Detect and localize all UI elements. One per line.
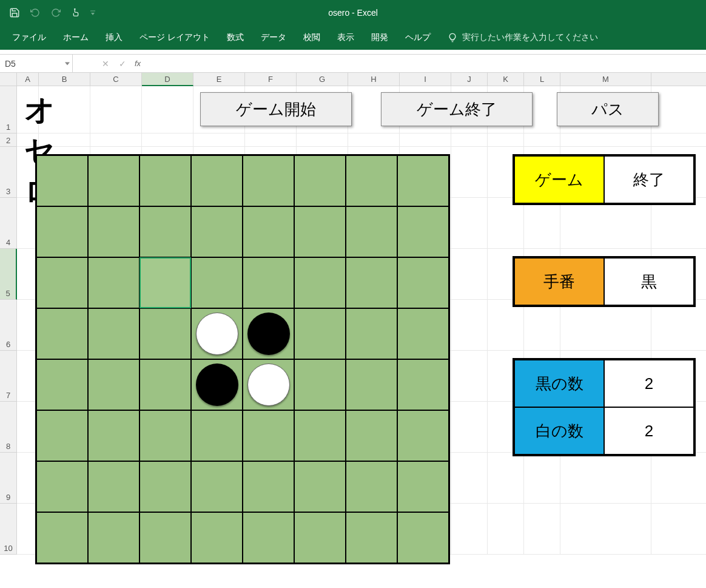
ribbon-tab-ファイル[interactable]: ファイル: [4, 25, 55, 50]
board-square[interactable]: [243, 512, 294, 563]
cell[interactable]: [488, 300, 524, 351]
cell[interactable]: [651, 198, 706, 249]
col-header-H[interactable]: H: [348, 73, 400, 86]
fx-label[interactable]: fx: [131, 59, 144, 68]
col-header-G[interactable]: G: [297, 73, 348, 86]
board-square[interactable]: [294, 359, 346, 410]
board-square[interactable]: [140, 206, 191, 257]
board-square[interactable]: [294, 155, 346, 206]
cell[interactable]: [560, 504, 651, 555]
cell[interactable]: [488, 504, 524, 555]
row-header-5[interactable]: 5: [0, 249, 17, 300]
board-square[interactable]: [36, 155, 88, 206]
cell[interactable]: [451, 300, 488, 351]
board-square[interactable]: [140, 308, 191, 359]
col-header-E[interactable]: E: [193, 73, 245, 86]
ribbon-tab-表示[interactable]: 表示: [329, 25, 363, 50]
cell[interactable]: [193, 133, 245, 147]
board-square[interactable]: [191, 206, 243, 257]
row-header-7[interactable]: 7: [0, 351, 17, 402]
board-square[interactable]: [140, 359, 191, 410]
select-all-corner[interactable]: [0, 73, 17, 86]
col-header-F[interactable]: F: [245, 73, 297, 86]
col-header-I[interactable]: I: [400, 73, 451, 86]
row-header-6[interactable]: 6: [0, 300, 17, 351]
board-square[interactable]: [243, 461, 294, 512]
col-header-D[interactable]: D: [142, 73, 193, 86]
col-header-B[interactable]: B: [39, 73, 90, 86]
board-square[interactable]: [191, 359, 243, 410]
cell[interactable]: [560, 453, 651, 504]
cell[interactable]: [560, 133, 651, 147]
cell[interactable]: [348, 133, 400, 147]
end-game-button[interactable]: ゲーム終了: [381, 92, 533, 126]
col-header-C[interactable]: C: [90, 73, 142, 86]
cell[interactable]: [142, 133, 193, 147]
cell[interactable]: [451, 249, 488, 300]
board-square[interactable]: [346, 410, 397, 461]
start-game-button[interactable]: ゲーム開始: [200, 92, 352, 126]
board-square[interactable]: [88, 257, 140, 308]
cell[interactable]: [90, 133, 142, 147]
board-square[interactable]: [36, 359, 88, 410]
cell[interactable]: [142, 86, 193, 133]
cell[interactable]: [400, 133, 451, 147]
cell[interactable]: [524, 453, 560, 504]
ribbon-tab-数式[interactable]: 数式: [218, 25, 252, 50]
board-square[interactable]: [346, 308, 397, 359]
board-square[interactable]: [191, 512, 243, 563]
board-square[interactable]: [346, 359, 397, 410]
col-header-J[interactable]: J: [451, 73, 488, 86]
row-header-2[interactable]: 2: [0, 133, 17, 147]
cell[interactable]: [451, 351, 488, 402]
board-square[interactable]: [88, 410, 140, 461]
othello-board[interactable]: [35, 154, 450, 564]
ribbon-tab-ヘルプ[interactable]: ヘルプ: [397, 25, 439, 50]
board-square[interactable]: [140, 155, 191, 206]
ribbon-tab-校閲[interactable]: 校閲: [295, 25, 329, 50]
board-square[interactable]: [191, 308, 243, 359]
row-header-8[interactable]: 8: [0, 402, 17, 453]
row-header-1[interactable]: 1: [0, 86, 17, 133]
board-square[interactable]: [88, 155, 140, 206]
cell[interactable]: [451, 402, 488, 453]
undo-icon[interactable]: [27, 4, 44, 21]
cell[interactable]: [297, 133, 348, 147]
row-header-3[interactable]: 3: [0, 147, 17, 198]
board-square[interactable]: [397, 512, 449, 563]
cell[interactable]: [451, 453, 488, 504]
board-square[interactable]: [243, 359, 294, 410]
row-header-4[interactable]: 4: [0, 198, 17, 249]
touch-mode-icon[interactable]: [68, 4, 85, 21]
board-square[interactable]: [294, 410, 346, 461]
board-square[interactable]: [191, 461, 243, 512]
cell[interactable]: [488, 133, 524, 147]
board-square[interactable]: [294, 308, 346, 359]
board-square[interactable]: [294, 257, 346, 308]
cell[interactable]: [560, 300, 651, 351]
row-header-10[interactable]: 10: [0, 504, 17, 555]
redo-icon[interactable]: [47, 4, 64, 21]
board-square[interactable]: [36, 308, 88, 359]
board-square[interactable]: [397, 461, 449, 512]
board-square[interactable]: [243, 155, 294, 206]
cell[interactable]: [488, 453, 524, 504]
ribbon-tab-ページ レイアウト[interactable]: ページ レイアウト: [131, 25, 218, 50]
ribbon-tab-ホーム[interactable]: ホーム: [55, 25, 97, 50]
cell[interactable]: [90, 86, 142, 133]
board-square[interactable]: [191, 257, 243, 308]
cell[interactable]: [524, 300, 560, 351]
board-square[interactable]: [191, 155, 243, 206]
cancel-formula-icon[interactable]: ✕: [97, 57, 114, 70]
board-square[interactable]: [88, 512, 140, 563]
board-square[interactable]: [346, 155, 397, 206]
board-square[interactable]: [397, 206, 449, 257]
col-header-K[interactable]: K: [488, 73, 524, 86]
board-square[interactable]: [88, 308, 140, 359]
col-header-M[interactable]: M: [560, 73, 651, 86]
board-square[interactable]: [346, 461, 397, 512]
name-box[interactable]: D5: [0, 55, 73, 72]
board-square[interactable]: [140, 410, 191, 461]
cell[interactable]: [524, 504, 560, 555]
cell[interactable]: [651, 504, 706, 555]
